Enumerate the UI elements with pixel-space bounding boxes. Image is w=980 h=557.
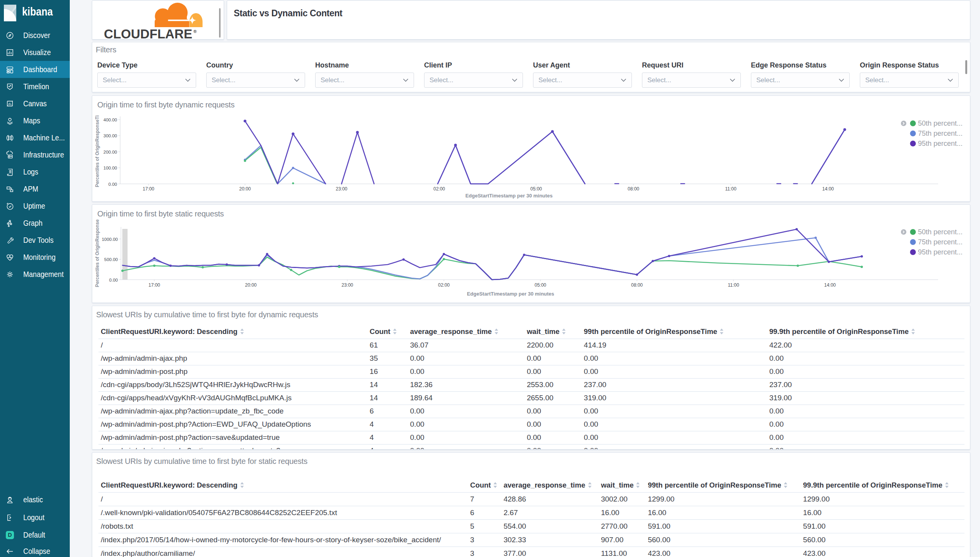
svg-text:08:00: 08:00: [628, 186, 639, 192]
svg-text:75th percent...: 75th percent...: [918, 238, 963, 246]
svg-text:23:00: 23:00: [336, 186, 347, 192]
svg-text:100.00: 100.00: [104, 166, 117, 170]
svg-text:500.00: 500.00: [104, 257, 118, 262]
svg-text:Origin time to first byte dyna: Origin time to first byte dynamic reques…: [97, 100, 235, 109]
svg-text:05:00: 05:00: [535, 282, 546, 288]
svg-text:20:00: 20:00: [245, 282, 257, 288]
svg-text:0.00: 0.00: [109, 278, 118, 282]
svg-text:Percentiles of OriginResponse: Percentiles of OriginResponse: [95, 219, 100, 287]
svg-text:17:00: 17:00: [143, 186, 154, 192]
svg-text:75th percent...: 75th percent...: [918, 130, 963, 137]
svg-text:11:00: 11:00: [725, 186, 736, 192]
svg-text:05:00: 05:00: [530, 186, 542, 192]
svg-text:50th percent...: 50th percent...: [918, 228, 963, 236]
svg-text:EdgeStartTimestamp per 30 minu: EdgeStartTimestamp per 30 minutes: [467, 291, 554, 297]
svg-text:Origin time to first byte stat: Origin time to first byte static request…: [97, 209, 224, 218]
svg-text:0.00: 0.00: [109, 182, 117, 187]
svg-text:17:00: 17:00: [148, 282, 160, 288]
svg-text:23:00: 23:00: [342, 282, 353, 288]
svg-text:300.00: 300.00: [104, 133, 117, 138]
svg-text:08:00: 08:00: [631, 282, 643, 288]
svg-text:400.00: 400.00: [104, 118, 117, 122]
svg-text:14:00: 14:00: [822, 186, 834, 192]
svg-text:02:00: 02:00: [438, 282, 450, 288]
svg-text:95th percent...: 95th percent...: [918, 140, 963, 147]
svg-text:CLOUDFLARE: CLOUDFLARE: [104, 27, 192, 40]
svg-text:Percentiles of OriginResponseT: Percentiles of OriginResponseTi: [95, 115, 100, 187]
svg-text:1000.00: 1000.00: [102, 237, 118, 242]
svg-text:20:00: 20:00: [239, 186, 251, 192]
svg-text:11:00: 11:00: [728, 282, 739, 288]
svg-text:D: D: [8, 532, 12, 538]
svg-text:®: ®: [193, 29, 197, 34]
svg-text:200.00: 200.00: [104, 150, 117, 154]
svg-text:EdgeStartTimestamp per 30 minu: EdgeStartTimestamp per 30 minutes: [465, 193, 552, 199]
svg-text:95th percent...: 95th percent...: [918, 248, 963, 256]
svg-text:14:00: 14:00: [824, 282, 836, 288]
svg-text:50th percent...: 50th percent...: [918, 119, 963, 127]
svg-text:02:00: 02:00: [433, 186, 445, 192]
